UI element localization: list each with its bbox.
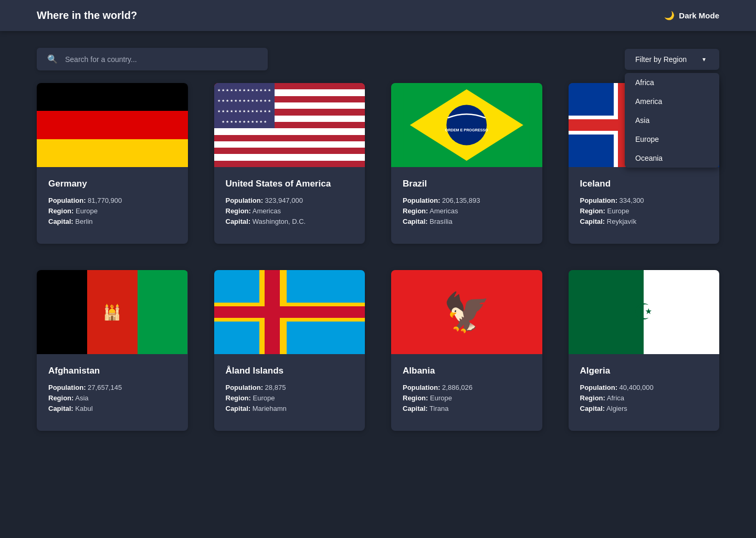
svg-text:ORDEM E PROGRESSO: ORDEM E PROGRESSO (445, 128, 488, 132)
filter-label: Filter by Region (635, 55, 687, 64)
flag-germany (37, 83, 188, 167)
capital-detail: Capital: Kabul (48, 405, 176, 412)
flag-afghanistan: 🕌 (37, 270, 188, 354)
star-icon: ★ (259, 99, 262, 102)
star-icon: ★ (226, 88, 229, 92)
star-icon: ★ (268, 99, 271, 102)
star-icon: ★ (234, 120, 237, 123)
star-icon: ★ (230, 88, 233, 92)
star-icon: ★ (238, 88, 242, 92)
star-icon: ★ (217, 109, 220, 113)
country-card[interactable]: ☪ Algeria Population: 40,400,000 Region:… (569, 270, 720, 431)
population-detail: Population: 81,770,900 (48, 196, 176, 204)
chevron-down-icon: ▾ (702, 56, 706, 63)
country-name: Iceland (580, 179, 708, 189)
dropdown-item-asia[interactable]: Asia (625, 111, 719, 130)
country-card[interactable]: Åland Islands Population: 28,875 Region:… (214, 270, 365, 431)
flag-algeria: ☪ (569, 270, 720, 354)
star-icon: ★ (230, 109, 233, 113)
capital-detail: Capital: Tirana (403, 405, 531, 412)
dropdown-item-africa[interactable]: Africa (625, 73, 719, 92)
star-icon: ★ (251, 88, 254, 92)
card-info: Algeria Population: 40,400,000 Region: A… (569, 354, 720, 431)
region-dropdown-menu: Africa America Asia Europe Oceania (625, 73, 719, 168)
region-detail: Region: Europe (580, 207, 708, 215)
star-icon: ★ (247, 120, 250, 123)
star-icon: ★ (226, 120, 229, 123)
star-icon: ★ (247, 109, 250, 113)
dropdown-item-oceania[interactable]: Oceania (625, 149, 719, 168)
dark-mode-label: Dark Mode (679, 11, 719, 20)
region-detail: Region: Africa (580, 394, 708, 402)
star-icon: ★ (255, 99, 258, 102)
star-icon: ★ (251, 120, 254, 123)
star-icon: ★ (217, 88, 220, 92)
card-info: Albania Population: 2,886,026 Region: Eu… (391, 354, 542, 431)
card-info: Germany Population: 81,770,900 Region: E… (37, 167, 188, 244)
region-filter-wrapper: Filter by Region ▾ Africa America Asia E… (625, 49, 719, 70)
population-detail: Population: 206,135,893 (403, 196, 531, 204)
flag-brazil: ORDEM E PROGRESSO (391, 83, 542, 167)
country-name: Afghanistan (48, 366, 176, 376)
country-card[interactable]: ★★★★★★★★★★★★★★★★★★★★★★★★★★★★★★★★★★★★★★★★… (214, 83, 365, 244)
country-name: Åland Islands (226, 366, 354, 376)
star-icon: ★ (264, 99, 267, 102)
country-name: Germany (48, 179, 176, 189)
star-icon: ★ (259, 88, 262, 92)
region-detail: Region: Americas (226, 207, 354, 215)
star-icon: ★ (268, 88, 271, 92)
population-detail: Population: 27,657,145 (48, 384, 176, 391)
country-card[interactable]: 🕌 Afghanistan Population: 27,657,145 Reg… (37, 270, 188, 431)
star-icon: ★ (259, 109, 262, 113)
star-icon: ★ (255, 88, 258, 92)
star-icon: ★ (264, 88, 267, 92)
population-detail: Population: 323,947,000 (226, 196, 354, 204)
star-icon: ★ (230, 120, 233, 123)
search-icon: 🔍 (47, 54, 58, 64)
capital-detail: Capital: Brasília (403, 218, 531, 225)
star-icon: ★ (234, 88, 237, 92)
star-icon: ★ (255, 109, 258, 113)
capital-detail: Capital: Mariehamn (226, 405, 354, 412)
country-card[interactable]: ORDEM E PROGRESSO Brazil Population: 206… (391, 83, 542, 244)
star-icon: ★ (247, 99, 250, 102)
flag-usa: ★★★★★★★★★★★★★★★★★★★★★★★★★★★★★★★★★★★★★★★★… (214, 83, 365, 167)
dark-mode-button[interactable]: 🌙 Dark Mode (664, 11, 719, 20)
population-detail: Population: 334,300 (580, 196, 708, 204)
star-icon: ★ (251, 99, 254, 102)
star-icon: ★ (243, 120, 246, 123)
region-detail: Region: Europe (48, 207, 176, 215)
dropdown-item-america[interactable]: America (625, 92, 719, 111)
star-icon: ★ (222, 88, 225, 92)
star-icon: ★ (238, 120, 242, 123)
star-icon: ★ (222, 99, 225, 102)
country-card[interactable]: 🦅 Albania Population: 2,886,026 Region: … (391, 270, 542, 431)
star-icon: ★ (217, 99, 220, 102)
capital-detail: Capital: Washington, D.C. (226, 218, 354, 225)
star-icon: ★ (234, 109, 237, 113)
moon-icon: 🌙 (664, 11, 675, 20)
capital-detail: Capital: Reykjavík (580, 218, 708, 225)
star-icon: ★ (222, 120, 225, 123)
country-name: Algeria (580, 366, 708, 376)
star-icon: ★ (243, 99, 246, 102)
card-info: Åland Islands Population: 28,875 Region:… (214, 354, 365, 431)
search-input[interactable] (65, 55, 257, 64)
dropdown-item-europe[interactable]: Europe (625, 130, 719, 149)
population-detail: Population: 40,400,000 (580, 384, 708, 391)
star-icon: ★ (247, 88, 250, 92)
filter-by-region-button[interactable]: Filter by Region ▾ (625, 49, 719, 70)
card-info: Brazil Population: 206,135,893 Region: A… (391, 167, 542, 244)
svg-point-2 (446, 105, 487, 146)
star-icon: ★ (238, 99, 242, 102)
flag-albania: 🦅 (391, 270, 542, 354)
star-icon: ★ (226, 99, 229, 102)
star-icon: ★ (222, 109, 225, 113)
country-card[interactable]: Germany Population: 81,770,900 Region: E… (37, 83, 188, 244)
star-icon: ★ (226, 109, 229, 113)
region-detail: Region: Europe (403, 394, 531, 402)
capital-detail: Capital: Algiers (580, 405, 708, 412)
site-title: Where in the world? (37, 9, 137, 22)
card-info: United States of America Population: 323… (214, 167, 365, 244)
search-box: 🔍 (37, 48, 268, 70)
